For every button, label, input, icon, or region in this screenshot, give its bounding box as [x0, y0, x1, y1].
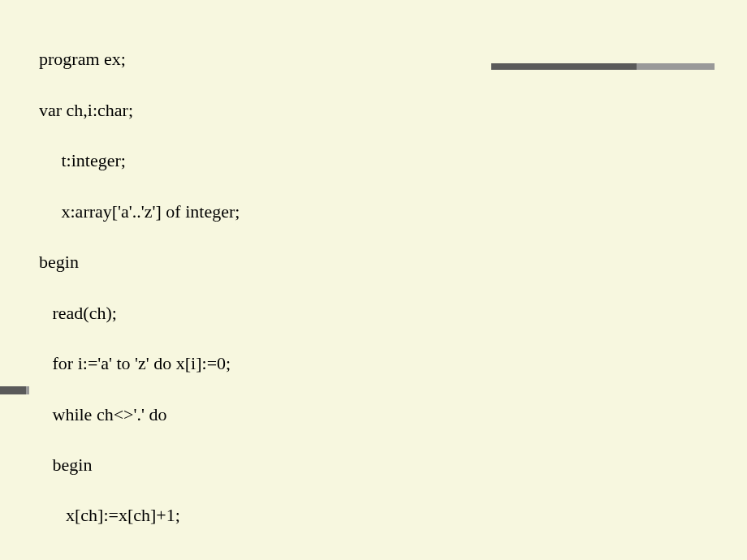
code-line: read(ch);	[39, 554, 346, 560]
code-line: begin	[39, 249, 346, 274]
right-decorative-bar	[491, 63, 715, 70]
pascal-code: program ex; var ch,i:char; t:integer; x:…	[39, 21, 346, 560]
code-line: for i:='a' to 'z' do x[i]:=0;	[39, 351, 346, 376]
code-line: begin	[39, 452, 346, 477]
code-line: t:integer;	[39, 148, 346, 173]
code-line: while ch<>'.' do	[39, 402, 346, 427]
code-line: var ch,i:char;	[39, 97, 346, 123]
left-decorative-bar	[0, 386, 29, 394]
code-line: read(ch);	[39, 300, 346, 325]
code-line: x:array['a'..'z'] of integer;	[39, 199, 346, 224]
code-line: program ex;	[39, 46, 346, 71]
code-line: x[ch]:=x[ch]+1;	[39, 502, 346, 528]
